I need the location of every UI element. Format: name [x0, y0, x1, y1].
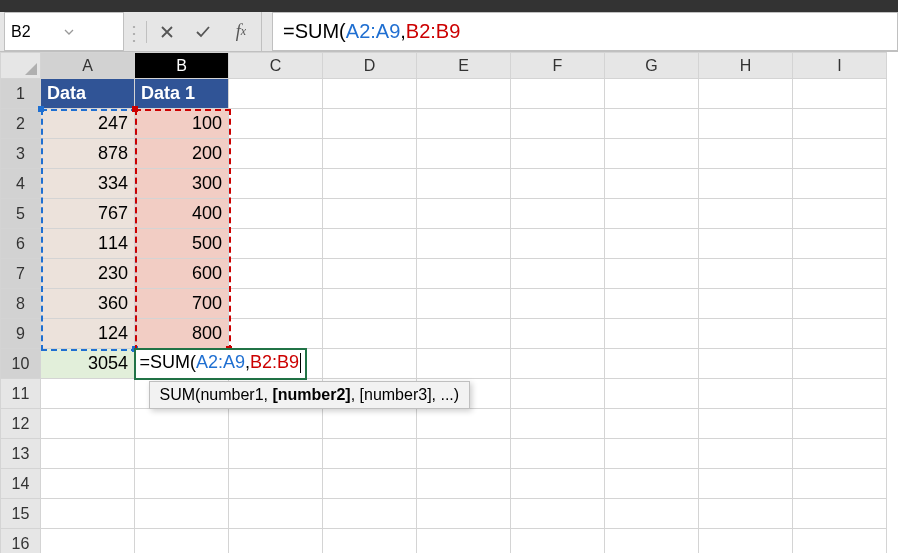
cell-e13[interactable] — [417, 439, 511, 469]
cell-i4[interactable] — [793, 169, 887, 199]
cell-a6[interactable]: 114 — [41, 229, 135, 259]
insert-function-button[interactable]: fx — [221, 12, 262, 51]
cell-i2[interactable] — [793, 109, 887, 139]
cell-b1[interactable]: Data 1 — [135, 79, 229, 109]
cell-a16[interactable] — [41, 529, 135, 554]
column-header-a[interactable]: A — [41, 53, 135, 79]
row-header-2[interactable]: 2 — [1, 109, 41, 139]
row-header-8[interactable]: 8 — [1, 289, 41, 319]
cell-f10[interactable] — [511, 349, 605, 379]
cell-c15[interactable] — [229, 499, 323, 529]
cell-i14[interactable] — [793, 469, 887, 499]
cell-f6[interactable] — [511, 229, 605, 259]
cell-h5[interactable] — [699, 199, 793, 229]
cell-a9[interactable]: 124 — [41, 319, 135, 349]
cell-c16[interactable] — [229, 529, 323, 554]
cell-e12[interactable] — [417, 409, 511, 439]
cell-h10[interactable] — [699, 349, 793, 379]
cell-b12[interactable] — [135, 409, 229, 439]
cell-h8[interactable] — [699, 289, 793, 319]
cell-c14[interactable] — [229, 469, 323, 499]
row-header-14[interactable]: 14 — [1, 469, 41, 499]
row-header-7[interactable]: 7 — [1, 259, 41, 289]
confirm-edit-button[interactable] — [185, 12, 221, 51]
column-header-g[interactable]: G — [605, 53, 699, 79]
cell-e3[interactable] — [417, 139, 511, 169]
cell-d7[interactable] — [323, 259, 417, 289]
cell-f15[interactable] — [511, 499, 605, 529]
cell-i6[interactable] — [793, 229, 887, 259]
cell-a5[interactable]: 767 — [41, 199, 135, 229]
formula-input[interactable]: =SUM(A2:A9,B2:B9 — [272, 12, 898, 51]
cell-b3[interactable]: 200 — [135, 139, 229, 169]
cell-g11[interactable] — [605, 379, 699, 409]
column-header-b[interactable]: B — [135, 53, 229, 79]
cell-h14[interactable] — [699, 469, 793, 499]
cell-c6[interactable] — [229, 229, 323, 259]
cell-d13[interactable] — [323, 439, 417, 469]
cell-d4[interactable] — [323, 169, 417, 199]
cell-d3[interactable] — [323, 139, 417, 169]
column-header-c[interactable]: C — [229, 53, 323, 79]
cell-e2[interactable] — [417, 109, 511, 139]
cell-i1[interactable] — [793, 79, 887, 109]
cell-e10[interactable] — [417, 349, 511, 379]
cell-g1[interactable] — [605, 79, 699, 109]
cell-d14[interactable] — [323, 469, 417, 499]
cell-a1[interactable]: Data — [41, 79, 135, 109]
row-header-4[interactable]: 4 — [1, 169, 41, 199]
row-header-5[interactable]: 5 — [1, 199, 41, 229]
cell-c4[interactable] — [229, 169, 323, 199]
row-header-1[interactable]: 1 — [1, 79, 41, 109]
cell-e15[interactable] — [417, 499, 511, 529]
cell-g9[interactable] — [605, 319, 699, 349]
row-header-15[interactable]: 15 — [1, 499, 41, 529]
cell-i7[interactable] — [793, 259, 887, 289]
cell-a2[interactable]: 247 — [41, 109, 135, 139]
cell-f13[interactable] — [511, 439, 605, 469]
cell-a3[interactable]: 878 — [41, 139, 135, 169]
cell-h9[interactable] — [699, 319, 793, 349]
cell-f2[interactable] — [511, 109, 605, 139]
cell-e5[interactable] — [417, 199, 511, 229]
cell-g4[interactable] — [605, 169, 699, 199]
cell-f11[interactable] — [511, 379, 605, 409]
cell-a7[interactable]: 230 — [41, 259, 135, 289]
cell-e16[interactable] — [417, 529, 511, 554]
cell-f1[interactable] — [511, 79, 605, 109]
cell-f8[interactable] — [511, 289, 605, 319]
cell-b15[interactable] — [135, 499, 229, 529]
cell-d16[interactable] — [323, 529, 417, 554]
cell-e7[interactable] — [417, 259, 511, 289]
cell-d9[interactable] — [323, 319, 417, 349]
cell-h3[interactable] — [699, 139, 793, 169]
cell-b6[interactable]: 500 — [135, 229, 229, 259]
cell-d10[interactable] — [323, 349, 417, 379]
cell-i15[interactable] — [793, 499, 887, 529]
cell-h12[interactable] — [699, 409, 793, 439]
cell-g14[interactable] — [605, 469, 699, 499]
cell-e9[interactable] — [417, 319, 511, 349]
cell-g10[interactable] — [605, 349, 699, 379]
cell-h16[interactable] — [699, 529, 793, 554]
cell-a13[interactable] — [41, 439, 135, 469]
cell-g13[interactable] — [605, 439, 699, 469]
cell-f14[interactable] — [511, 469, 605, 499]
cell-c1[interactable] — [229, 79, 323, 109]
cancel-edit-button[interactable] — [149, 12, 185, 51]
cell-a8[interactable]: 360 — [41, 289, 135, 319]
cell-b4[interactable]: 300 — [135, 169, 229, 199]
cell-g15[interactable] — [605, 499, 699, 529]
cell-g8[interactable] — [605, 289, 699, 319]
cell-h7[interactable] — [699, 259, 793, 289]
cell-b13[interactable] — [135, 439, 229, 469]
cell-a15[interactable] — [41, 499, 135, 529]
cell-a12[interactable] — [41, 409, 135, 439]
cell-d5[interactable] — [323, 199, 417, 229]
row-header-13[interactable]: 13 — [1, 439, 41, 469]
cell-h6[interactable] — [699, 229, 793, 259]
cell-d6[interactable] — [323, 229, 417, 259]
cell-a14[interactable] — [41, 469, 135, 499]
cell-d1[interactable] — [323, 79, 417, 109]
cell-g7[interactable] — [605, 259, 699, 289]
